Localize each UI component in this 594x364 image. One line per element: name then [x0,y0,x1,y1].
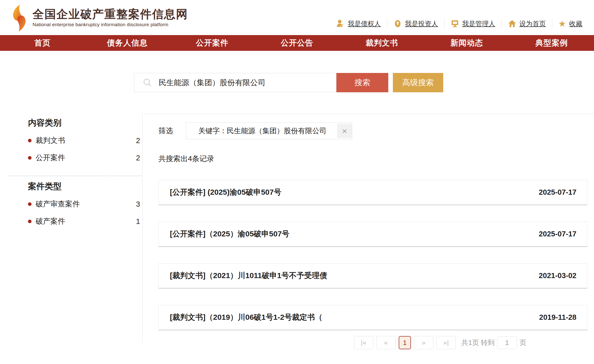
sidebar-item-judgment-documents[interactable]: 裁判文书 2 [28,135,140,146]
link-favorite-label: 收藏 [569,19,582,28]
site-logo[interactable]: 全国企业破产重整案件信息网 National enterprise bankru… [10,4,188,32]
administrator-icon [451,19,459,28]
search-row: 搜索 高级搜索 [134,73,594,92]
sidebar-item-count: 3 [136,200,140,208]
nav-item-typical-cases[interactable]: 典型案例 [509,38,594,48]
search-input[interactable] [159,74,336,92]
link-set-homepage-label: 设为首页 [519,19,546,28]
sidebar-item-count: 1 [136,217,140,226]
investor-icon [393,19,402,28]
filter-chip: 关键字：民生能源（集团）股份有限公司 × [186,123,352,139]
header: 全国企业破产重整案件信息网 National enterprise bankru… [0,0,594,35]
nav-item-news[interactable]: 新闻动态 [424,38,509,48]
pagination: |« « 1 » »| 共1页 转到 页 [158,336,526,349]
sidebar-item-bankruptcy-review-cases[interactable]: 破产审查案件 3 [28,199,140,209]
sidebar-heading-content-type: 内容类别 [28,117,140,128]
result-summary: 共搜索出4条记录 [158,154,587,164]
sidebar-section-case-type: 案件类型 破产审查案件 3 破产案件 1 [28,181,140,226]
pagination-last-button[interactable]: »| [436,336,456,349]
sidebar-item-label: 公开案件 [36,153,65,163]
link-investor[interactable]: 我是投资人 [393,19,438,28]
bullet-icon [28,220,32,223]
sidebar-item-label: 破产审查案件 [36,199,80,209]
result-title: [公开案件]（2025）渝05破申507号 [170,229,289,239]
nav-item-judgment-documents[interactable]: 裁判文书 [339,38,424,48]
nav-item-public-notices[interactable]: 公开公告 [255,38,339,48]
result-row[interactable]: [公开案件] (2025)渝05破申507号 2025-07-17 [158,180,587,205]
link-investor-label: 我是投资人 [405,19,438,28]
pagination-page-suffix: 页 [519,338,526,347]
result-row[interactable]: [裁判文书]（2021）川1011破申1号不予受理债 2021-03-02 [158,263,587,289]
site-subtitle: National enterprise bankruptcy informati… [33,22,188,27]
filter-chip-close-button[interactable]: × [337,124,352,138]
page: 全国企业破产重整案件信息网 National enterprise bankru… [0,0,594,364]
bullet-icon [28,156,32,160]
pagination-prev-button[interactable]: « [376,336,396,349]
link-creditor[interactable]: 我是债权人 [336,19,381,28]
sidebar-heading-case-type: 案件类型 [28,181,140,192]
pagination-next-button[interactable]: » [414,336,433,349]
sidebar-divider [9,176,142,176]
home-icon [508,19,516,28]
result-title: [裁判文书]（2019）川06破1号1-2号裁定书（ [170,312,322,323]
nav-item-debtor-info[interactable]: 债务人信息 [85,38,170,48]
close-icon: × [342,127,347,135]
search-box [134,73,336,92]
nav-item-home[interactable]: 首页 [0,38,85,48]
flame-logo-icon [10,5,28,32]
nav-item-public-cases[interactable]: 公开案件 [170,38,255,48]
advanced-search-button[interactable]: 高级搜索 [393,73,443,92]
divider [444,19,444,28]
link-set-homepage[interactable]: 设为首页 [508,19,546,28]
sidebar-item-count: 2 [136,154,140,162]
divider [387,19,387,28]
pagination-goto-input[interactable] [497,336,517,349]
filter-chip-text: 关键字：民生能源（集团）股份有限公司 [198,126,326,136]
pagination-first-button[interactable]: |« [354,336,373,349]
sidebar-section-content-type: 内容类别 裁判文书 2 公开案件 2 [28,117,140,163]
divider [552,19,552,28]
sidebar-item-public-cases[interactable]: 公开案件 2 [28,153,140,163]
result-title: [裁判文书]（2021）川1011破申1号不予受理债 [170,270,327,281]
filter-row: 筛选 关键字：民生能源（集团）股份有限公司 × [158,123,587,139]
main-nav: 首页 债务人信息 公开案件 公开公告 裁判文书 新闻动态 典型案例 [0,35,594,51]
divider [501,19,502,28]
search-button[interactable]: 搜索 [336,73,388,92]
result-row[interactable]: [裁判文书]（2019）川06破1号1-2号裁定书（ 2019-11-28 [158,305,587,330]
pagination-page-1-button[interactable]: 1 [399,336,411,349]
filter-label: 筛选 [158,126,173,136]
results-panel: 筛选 关键字：民生能源（集团）股份有限公司 × 共搜索出4条记录 [公开案件] … [142,114,594,343]
site-title: 全国企业破产重整案件信息网 [33,8,188,21]
link-creditor-label: 我是债权人 [348,19,381,28]
sidebar-item-bankruptcy-cases[interactable]: 破产案件 1 [28,216,140,226]
sidebar-item-count: 2 [136,136,140,145]
creditor-icon [336,19,345,28]
result-date: 2019-11-28 [539,313,576,322]
logo-text: 全国企业破产重整案件信息网 National enterprise bankru… [33,8,188,27]
star-icon: ★ [558,19,566,28]
sidebar: 内容类别 裁判文书 2 公开案件 2 案件类型 破产审查案件 3 [0,114,142,343]
content: 内容类别 裁判文书 2 公开案件 2 案件类型 破产审查案件 3 [0,114,594,343]
link-administrator[interactable]: 我是管理人 [451,19,495,28]
result-title: [公开案件] (2025)渝05破申507号 [170,187,281,198]
pagination-total-text: 共1页 转到 [461,338,495,347]
bullet-icon [28,139,32,142]
result-date: 2025-07-17 [539,188,576,196]
result-date: 2025-07-17 [539,230,576,238]
user-links: 我是债权人 我是投资人 我是管理人 [336,19,582,28]
link-favorite[interactable]: ★ 收藏 [558,19,582,28]
result-date: 2021-03-02 [539,271,576,280]
bullet-icon [28,202,32,206]
sidebar-item-label: 裁判文书 [36,135,65,146]
sidebar-item-label: 破产案件 [36,216,65,226]
search-icon [143,78,152,87]
link-administrator-label: 我是管理人 [462,19,495,28]
result-row[interactable]: [公开案件]（2025）渝05破申507号 2025-07-17 [158,222,587,247]
